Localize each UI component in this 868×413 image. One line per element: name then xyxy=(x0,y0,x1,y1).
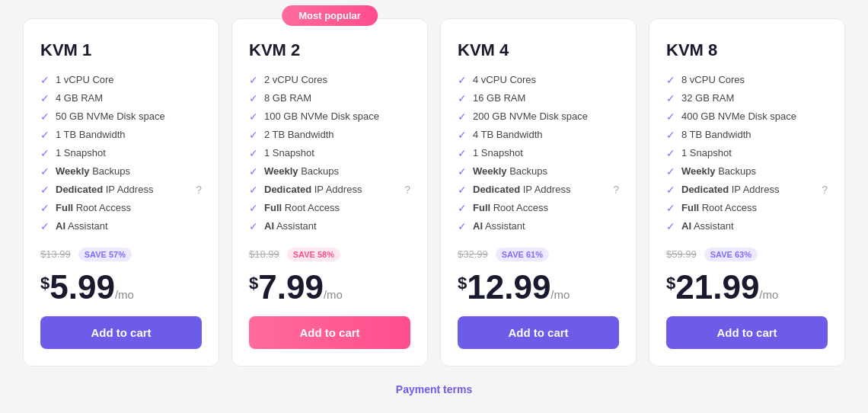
feature-item: ✓ Dedicated IP Address ? xyxy=(458,184,619,196)
price-dollar: $ xyxy=(458,274,467,293)
feature-item: ✓ Weekly Backups xyxy=(666,165,828,178)
feature-text: Dedicated IP Address xyxy=(264,184,362,195)
save-badge: SAVE 58% xyxy=(287,248,340,261)
old-price: $32.99 xyxy=(458,248,488,260)
add-to-cart-kvm2[interactable]: Add to cart xyxy=(249,316,410,349)
add-to-cart-kvm1[interactable]: Add to cart xyxy=(40,316,202,349)
feature-item: ✓ AI Assistant xyxy=(249,220,410,232)
check-icon: ✓ xyxy=(40,129,49,141)
check-icon: ✓ xyxy=(666,129,675,141)
add-to-cart-kvm4[interactable]: Add to cart xyxy=(458,316,619,349)
feature-item: ✓ Weekly Backups xyxy=(249,165,410,178)
check-icon: ✓ xyxy=(40,92,49,104)
feature-item: ✓ 8 vCPU Cores xyxy=(666,74,828,86)
pricing-card-kvm2: Most popularKVM 2 ✓ 2 vCPU Cores ✓ 8 GB … xyxy=(231,18,428,367)
pricing-row: $13.99 SAVE 57% xyxy=(40,248,202,261)
feature-item: ✓ 400 GB NVMe Disk space xyxy=(666,110,828,123)
feature-text: Dedicated IP Address xyxy=(473,184,570,195)
feature-item: ✓ Full Root Access xyxy=(40,202,202,214)
feature-item: ✓ 200 GB NVMe Disk space xyxy=(458,110,619,123)
price-mo: /mo xyxy=(550,288,570,301)
feature-text: 2 vCPU Cores xyxy=(264,74,327,85)
check-icon: ✓ xyxy=(40,147,49,159)
feature-item: ✓ 4 vCPU Cores xyxy=(458,74,619,86)
add-to-cart-kvm8[interactable]: Add to cart xyxy=(666,316,828,349)
popular-badge: Most popular xyxy=(282,5,378,26)
old-price: $59.99 xyxy=(666,248,697,260)
feature-item: ✓ Full Root Access xyxy=(458,202,619,214)
feature-text: 1 Snapshot xyxy=(56,147,106,158)
check-icon: ✓ xyxy=(666,110,675,123)
pricing-row: $18.99 SAVE 58% xyxy=(249,248,410,261)
price-value: 21.99 xyxy=(675,271,759,304)
check-icon: ✓ xyxy=(40,74,49,86)
feature-text: 1 Snapshot xyxy=(681,147,732,158)
price-value: 7.99 xyxy=(258,271,324,304)
check-icon: ✓ xyxy=(249,129,258,141)
feature-text: Full Root Access xyxy=(56,202,131,213)
feature-text: 50 GB NVMe Disk space xyxy=(56,110,165,122)
feature-text: AI Assistant xyxy=(56,220,108,232)
feature-item: ✓ Full Root Access xyxy=(249,202,410,214)
check-icon: ✓ xyxy=(249,165,258,178)
feature-item: ✓ 4 TB Bandwidth xyxy=(458,129,619,141)
old-price: $13.99 xyxy=(40,248,71,260)
feature-text: 8 vCPU Cores xyxy=(681,74,745,85)
price-dollar: $ xyxy=(249,274,258,293)
feature-item: ✓ 2 TB Bandwidth xyxy=(249,129,410,141)
info-icon[interactable]: ? xyxy=(822,184,828,196)
feature-text: 16 GB RAM xyxy=(473,92,525,104)
feature-item: ✓ 1 TB Bandwidth xyxy=(40,129,202,141)
feature-list-kvm8: ✓ 8 vCPU Cores ✓ 32 GB RAM ✓ 400 GB NVMe… xyxy=(666,74,828,232)
feature-item: ✓ 2 vCPU Cores xyxy=(249,74,410,86)
check-icon: ✓ xyxy=(40,202,49,214)
feature-item: ✓ 1 Snapshot xyxy=(249,147,410,159)
check-icon: ✓ xyxy=(249,202,258,214)
pricing-row: $32.99 SAVE 61% xyxy=(458,248,619,261)
feature-item: ✓ Dedicated IP Address ? xyxy=(666,184,828,196)
price-value: 12.99 xyxy=(467,271,550,304)
feature-item: ✓ 1 Snapshot xyxy=(458,147,619,159)
price-mo: /mo xyxy=(115,288,134,301)
check-icon: ✓ xyxy=(40,165,49,178)
feature-text: 1 vCPU Core xyxy=(56,74,114,85)
price-value: 5.99 xyxy=(49,271,115,304)
info-icon[interactable]: ? xyxy=(613,184,619,196)
pricing-card-kvm1: KVM 1 ✓ 1 vCPU Core ✓ 4 GB RAM ✓ 50 GB N… xyxy=(23,18,219,367)
check-icon: ✓ xyxy=(458,165,467,178)
check-icon: ✓ xyxy=(458,147,467,159)
check-icon: ✓ xyxy=(458,92,467,104)
feature-text: 8 TB Bandwidth xyxy=(681,129,752,140)
check-icon: ✓ xyxy=(249,184,258,196)
feature-item: ✓ 32 GB RAM xyxy=(666,92,828,104)
price-main: $ 5.99 /mo xyxy=(40,271,202,304)
save-badge: SAVE 57% xyxy=(78,248,132,261)
payment-terms-link[interactable]: Payment terms xyxy=(396,383,472,395)
feature-text: Dedicated IP Address xyxy=(681,184,779,195)
feature-item: ✓ AI Assistant xyxy=(666,220,828,232)
check-icon: ✓ xyxy=(458,202,467,214)
check-icon: ✓ xyxy=(666,92,675,104)
price-mo: /mo xyxy=(759,288,778,301)
price-main: $ 7.99 /mo xyxy=(249,271,410,304)
feature-text: 1 Snapshot xyxy=(473,147,523,158)
check-icon: ✓ xyxy=(666,220,675,232)
info-icon[interactable]: ? xyxy=(196,184,202,196)
feature-text: Full Root Access xyxy=(264,202,340,213)
check-icon: ✓ xyxy=(249,74,258,86)
feature-text: 4 GB RAM xyxy=(56,92,103,104)
feature-text: 100 GB NVMe Disk space xyxy=(264,110,379,122)
feature-item: ✓ 100 GB NVMe Disk space xyxy=(249,110,410,123)
price-dollar: $ xyxy=(40,274,49,293)
check-icon: ✓ xyxy=(458,74,467,86)
check-icon: ✓ xyxy=(458,129,467,141)
check-icon: ✓ xyxy=(40,184,49,196)
feature-text: Dedicated IP Address xyxy=(56,184,153,195)
feature-text: 200 GB NVMe Disk space xyxy=(473,110,588,122)
info-icon[interactable]: ? xyxy=(404,184,410,196)
feature-item: ✓ Full Root Access xyxy=(666,202,828,214)
price-main: $ 21.99 /mo xyxy=(666,271,828,304)
feature-text: 8 GB RAM xyxy=(264,92,311,104)
feature-text: 4 TB Bandwidth xyxy=(473,129,543,140)
feature-list-kvm4: ✓ 4 vCPU Cores ✓ 16 GB RAM ✓ 200 GB NVMe… xyxy=(458,74,619,232)
